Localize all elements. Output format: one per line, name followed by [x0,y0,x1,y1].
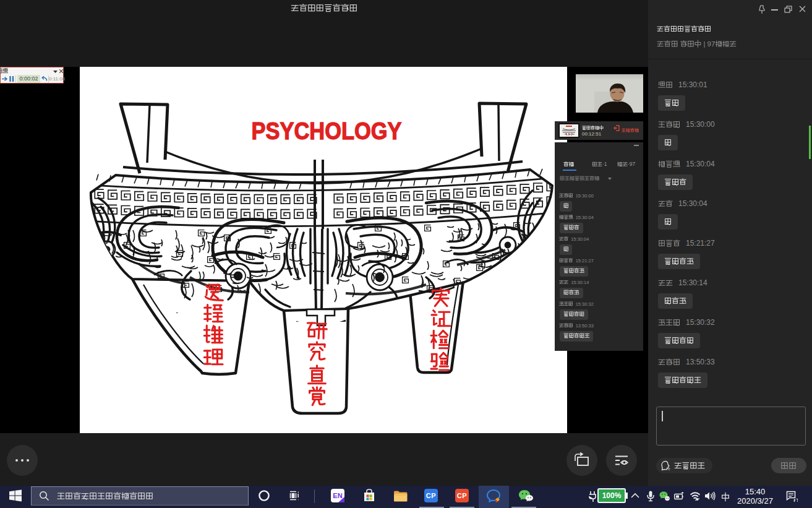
svg-text:15:30:04: 15:30:04 [678,199,707,208]
svg-text:15:21:27: 15:21:27 [686,239,715,248]
svg-text:15:30:04: 15:30:04 [568,236,589,242]
svg-text:| 97: | 97 [701,40,715,48]
svg-text:15:30:01: 15:30:01 [678,80,707,89]
svg-text:00:12:51: 00:12:51 [582,131,602,137]
svg-text:PSYCHOLOGY: PSYCHOLOGY [252,118,402,144]
svg-text:15:30:14: 15:30:14 [678,278,707,287]
svg-text:·1: ·1 [602,161,607,167]
svg-text:15:30:00: 15:30:00 [686,120,715,129]
svg-text:15:30:32: 15:30:32 [686,318,715,327]
svg-text:15:30:14: 15:30:14 [568,280,589,285]
svg-text:15:30:04: 15:30:04 [573,215,594,220]
svg-text:15:30:32: 15:30:32 [573,301,594,307]
svg-text:·97: ·97 [628,161,636,167]
svg-text:15:30:04: 15:30:04 [686,160,715,168]
svg-text:15:30:00: 15:30:00 [573,193,594,199]
svg-text:13:50:33: 13:50:33 [573,323,594,329]
svg-text:13:50:33: 13:50:33 [686,358,715,366]
svg-text:15:21:27: 15:21:27 [573,258,594,264]
